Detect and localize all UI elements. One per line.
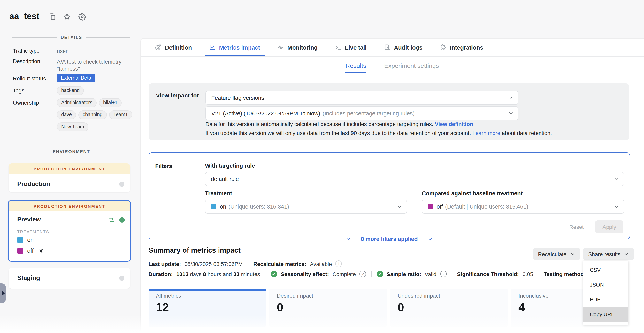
recalculate-button[interactable]: Recalculate: [533, 248, 580, 260]
targeting-rule-dropdown[interactable]: default rule: [205, 172, 624, 186]
more-filters-label: 0 more filters applied: [361, 236, 418, 242]
description-value: A/A test to check telemetry "fairness": [57, 58, 130, 72]
version-value: V21 (Active) (10/03/2022 04:59PM To Now): [211, 110, 320, 116]
metric-card-all-metrics[interactable]: All metrics 12: [148, 288, 266, 327]
swap-arrows-icon: [108, 217, 115, 224]
tab-monitoring[interactable]: Monitoring: [277, 38, 318, 56]
duration-label: Duration:: [148, 271, 173, 277]
treatment-dropdown[interactable]: on (Unique users: 316,341): [205, 200, 407, 214]
owner-chip[interactable]: Administrators: [57, 98, 97, 107]
tab-definition[interactable]: Definition: [155, 38, 192, 56]
help-icon[interactable]: ?: [440, 270, 446, 277]
chevron-down-icon: [508, 110, 514, 116]
target-icon: [155, 44, 162, 51]
ownership-label: Ownership: [13, 100, 39, 106]
env-name: Production: [17, 180, 50, 188]
tag-chip[interactable]: backend: [57, 86, 84, 95]
menu-item-copy-url[interactable]: Copy URL: [583, 307, 628, 322]
note2-text: If you update this version we will only …: [206, 130, 471, 136]
version-note-line-2: If you update this version we will only …: [206, 130, 552, 136]
treatment-on-label: on: [27, 237, 34, 243]
owner-chip[interactable]: channing: [78, 110, 107, 119]
note2-tail: about data retention.: [502, 130, 552, 136]
last-update-label: Last update:: [148, 261, 181, 267]
metric-card-label: Desired impact: [277, 292, 313, 299]
sidebar-expand-handle[interactable]: [0, 284, 6, 303]
significance-threshold-value: 0.05: [522, 271, 533, 277]
metric-card-label: Inconclusive: [518, 292, 548, 299]
chevron-down-icon: [570, 251, 576, 257]
view-impact-card: View impact for Feature flag versions V2…: [148, 84, 629, 140]
share-results-label: Share results: [588, 251, 620, 257]
details-section-header: DETAILS: [12, 35, 130, 40]
menu-item-csv[interactable]: CSV: [583, 262, 628, 277]
copy-icon[interactable]: [48, 13, 56, 21]
info-icon[interactable]: i: [336, 260, 342, 267]
tab-live-tail[interactable]: Live tail: [335, 38, 367, 56]
sample-ratio-label: Sample ratio:: [386, 271, 421, 277]
tab-label: Audit logs: [394, 44, 422, 51]
terminal-icon: [335, 44, 341, 51]
chevron-down-icon: [614, 176, 620, 182]
traffic-type-label: Traffic type: [13, 48, 40, 54]
metric-card-desired-impact[interactable]: Desired impact 0: [269, 288, 387, 327]
version-dropdown[interactable]: V21 (Active) (10/03/2022 04:59PM To Now)…: [206, 106, 518, 120]
env-name: Preview: [17, 216, 41, 223]
tab-label: Integrations: [450, 44, 484, 51]
gear-icon[interactable]: [78, 13, 86, 21]
env-card-production[interactable]: PRODUCTION ENVIRONMENT Production: [8, 164, 130, 192]
baseline-dropdown[interactable]: off (Default | Unique users: 315,461): [422, 200, 624, 214]
ownership-list: Administratorsbilal+1davechanningTeam1Ne…: [57, 98, 135, 134]
learn-more-link[interactable]: Learn more: [472, 130, 500, 136]
metric-card-value: 0: [398, 301, 404, 314]
metric-card-value: 4: [518, 301, 525, 314]
targeting-rule-value: default rule: [211, 176, 239, 182]
star-icon[interactable]: [63, 13, 71, 21]
menu-item-json[interactable]: JSON: [583, 277, 628, 292]
seasonality-label: Seasonality effect:: [281, 271, 329, 277]
treatment-off-swatch: [428, 204, 433, 210]
note1-text: Data for this version is automatically c…: [206, 121, 433, 127]
reset-button[interactable]: Reset: [569, 224, 584, 230]
owner-chip[interactable]: Team1: [109, 110, 132, 119]
selected-card-indicator: [148, 288, 266, 291]
sample-ratio-value: Valid: [425, 271, 436, 277]
menu-item-pdf[interactable]: PDF: [583, 292, 628, 307]
duration-value: 1013 days 8 hours and 33 minutes: [176, 271, 260, 277]
owner-chip[interactable]: dave: [57, 110, 76, 119]
view-definition-link[interactable]: View definition: [435, 121, 473, 127]
tab-label: Definition: [165, 44, 192, 51]
activity-pulse-icon: [277, 44, 284, 51]
version-note: (Includes percentage targeting rules): [322, 110, 414, 116]
chevron-down-icon: [624, 251, 630, 257]
tab-metrics-impact[interactable]: Metrics impact: [209, 38, 260, 56]
testing-method-label: Testing method:: [544, 271, 586, 277]
env-card-preview[interactable]: PRODUCTION ENVIRONMENT Preview TREATMENT…: [8, 200, 131, 262]
metric-card-undesired-impact[interactable]: Undesired impact 0: [390, 288, 508, 327]
subtab-experiment-settings[interactable]: Experiment settings: [384, 62, 439, 73]
subtab-results[interactable]: Results: [346, 62, 366, 73]
tab-audit-logs[interactable]: Audit logs: [384, 38, 422, 56]
impact-type-value: Feature flag versions: [211, 94, 264, 101]
impact-type-dropdown[interactable]: Feature flag versions: [206, 91, 518, 104]
production-env-banner: PRODUCTION ENVIRONMENT: [8, 201, 130, 211]
apply-button[interactable]: Apply: [595, 220, 623, 233]
env-card-staging[interactable]: Staging: [8, 268, 130, 288]
line-chart-icon: [209, 44, 216, 51]
owner-chip[interactable]: bilal+1: [99, 98, 122, 107]
page-title: aa_test: [9, 11, 39, 22]
more-filters-toggle[interactable]: 0 more filters applied: [339, 235, 439, 243]
share-results-button[interactable]: Share results: [583, 248, 634, 260]
chevron-down-icon: [346, 236, 351, 242]
chevron-down-icon: [508, 95, 514, 100]
help-icon[interactable]: ?: [359, 270, 366, 277]
treatment-off-label: off: [27, 248, 34, 254]
results-subtabs: Results Experiment settings: [140, 62, 644, 73]
description-label: Description: [13, 58, 40, 64]
tab-integrations[interactable]: Integrations: [440, 38, 484, 56]
recalculate-metrics-label: Recalculate metrics:: [253, 261, 306, 267]
tab-bar: Definition Metrics impact Monitoring Liv…: [141, 38, 644, 56]
owner-chip[interactable]: New Team: [57, 122, 88, 132]
metric-card-value: 12: [156, 301, 169, 314]
chevron-down-icon: [428, 236, 433, 242]
